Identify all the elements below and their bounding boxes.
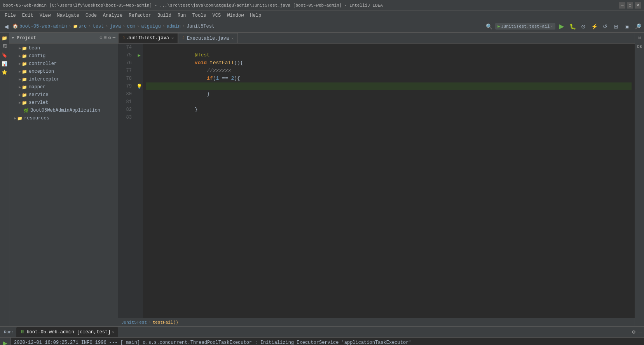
run-again-button[interactable]: ▶	[2, 339, 9, 345]
gutter-79: 💡	[135, 82, 143, 90]
tree-item-servlet[interactable]: ▶ 📁 servlet	[9, 99, 118, 107]
tree-item-config[interactable]: ▶ 📁 config	[9, 52, 118, 60]
menu-run[interactable]: Run	[175, 12, 189, 19]
folder-icon-config: 📁	[22, 54, 27, 59]
folder-icon-service: 📁	[22, 93, 27, 98]
tab-junit5test-close[interactable]: ✕	[171, 36, 174, 40]
menu-window[interactable]: Window	[224, 12, 247, 19]
menu-analyze[interactable]: Analyze	[100, 12, 126, 19]
collapse-all-icon[interactable]: ≡	[104, 35, 106, 41]
tab-junit5test[interactable]: J Junit5Test.java ✕	[118, 33, 178, 43]
gutter-80	[135, 90, 143, 98]
settings-icon[interactable]: ⚙	[108, 35, 111, 41]
debug-button[interactable]: 🐛	[568, 22, 577, 31]
code-content: 74 75 76 77 78 79 80 81 82 83 ▶	[118, 44, 635, 318]
breadcrumb-junit5test[interactable]: Junit5Test	[121, 320, 147, 325]
code-line-77: if(1 == 2){	[146, 67, 632, 75]
editor-tabs: J Junit5Test.java ✕ J Executable.java ✕	[118, 33, 635, 44]
run-tab-close[interactable]: ✕	[112, 330, 114, 334]
tree-item-boot-app[interactable]: 🌿 Boot05WebAdminApplication	[9, 107, 118, 114]
menu-vcs[interactable]: VCS	[209, 12, 224, 19]
tree-item-bean[interactable]: ▶ 📁 bean	[9, 44, 118, 52]
menu-build[interactable]: Build	[154, 12, 175, 19]
line-num-81: 81	[118, 98, 132, 106]
folder-icon-exception: 📁	[22, 69, 27, 74]
terminal-button[interactable]: ▣	[622, 22, 632, 31]
menu-navigate[interactable]: Navigate	[54, 12, 82, 19]
back-button[interactable]: ◀	[2, 22, 11, 31]
title-text: boot-05-web-admin [C:\Users\lfy\Desktop\…	[3, 3, 383, 8]
search-everywhere-button[interactable]: 🔍	[484, 22, 494, 31]
coverage-button[interactable]: ⊙	[579, 22, 588, 31]
tree-item-exception[interactable]: ▶ 📁 exception	[9, 68, 118, 75]
locate-file-icon[interactable]: ⊕	[99, 35, 102, 41]
minimize-run-icon[interactable]: ─	[638, 328, 642, 336]
tree-item-service[interactable]: ▶ 📁 service	[9, 91, 118, 99]
run-tab-label: boot-05-web-admin [clean,test]	[26, 329, 110, 335]
tree-item-controller[interactable]: ▶ 📁 controller	[9, 60, 118, 68]
tree-item-resources[interactable]: ▶ 📁 resources	[9, 114, 118, 122]
tree-label-resources: resources	[24, 116, 49, 121]
tree-label-exception: exception	[29, 69, 54, 74]
bookmarks-sidebar-icon[interactable]: 🔖	[1, 51, 9, 59]
tab-junit5test-icon: J	[122, 36, 125, 40]
gutter-83	[135, 114, 143, 121]
maven-icon[interactable]: M	[636, 34, 644, 42]
settings-run-icon[interactable]: ⚙	[631, 328, 636, 336]
breadcrumb: 🏠 boot-05-web-admin › 📁 src › test › jav…	[12, 23, 215, 29]
tab-executable[interactable]: J Executable.java ✕	[178, 33, 238, 43]
folder-icon-controller: 📁	[22, 61, 27, 67]
run-gutter-icon-75[interactable]: ▶	[138, 53, 140, 58]
run-config-selector[interactable]: ▶ Junit5Test.testFail ▾	[495, 23, 555, 30]
code-line-78: fail("测试失败");	[146, 75, 632, 82]
close-button[interactable]: ✕	[635, 2, 641, 9]
profile-button[interactable]: ⚡	[590, 22, 599, 31]
tree-arrow-mapper: ▶	[19, 85, 21, 89]
tree-label-mapper: mapper	[29, 84, 45, 90]
line-num-82: 82	[118, 106, 132, 114]
reload-button[interactable]: ↺	[600, 22, 610, 31]
gutter-74	[135, 44, 143, 51]
breadcrumb-root[interactable]: 🏠 boot-05-web-admin	[12, 23, 67, 29]
toolbar: ◀ 🏠 boot-05-web-admin › 📁 src › test › j…	[0, 20, 644, 33]
line-numbers: 74 75 76 77 78 79 80 81 82 83	[118, 44, 135, 318]
editor-breadcrumb-bar: Junit5Test › testFail()	[118, 318, 635, 326]
menu-view[interactable]: View	[37, 12, 54, 19]
favorites-sidebar-icon[interactable]: ⭐	[1, 68, 9, 76]
search-button[interactable]: 🔎	[633, 22, 642, 31]
line-num-75: 75	[118, 51, 132, 59]
menu-tools[interactable]: Tools	[189, 12, 209, 19]
tree-item-interceptor[interactable]: ▶ 📁 interceptor	[9, 75, 118, 83]
menu-refactor[interactable]: Refactor	[126, 12, 154, 19]
tree-arrow-interceptor: ▶	[19, 77, 21, 82]
minimize-button[interactable]: ─	[619, 2, 625, 9]
close-panel-icon[interactable]: ─	[113, 35, 115, 41]
menu-file[interactable]: File	[2, 12, 19, 19]
project-sidebar-icon[interactable]: 📁	[1, 34, 9, 42]
run-output[interactable]: 2020-12-01 16:09:25.271 INFO 1996 --- [ …	[11, 338, 644, 345]
run-button[interactable]: ▶	[557, 22, 566, 31]
menu-help[interactable]: Help	[247, 12, 264, 19]
tab-junit5test-label: Junit5Test.java	[127, 35, 169, 41]
structure-sidebar-icon[interactable]: 🏗	[1, 43, 9, 51]
grid-layout-button[interactable]: ⊞	[611, 22, 621, 31]
right-sidebar-icons: M DB	[635, 33, 644, 326]
breadcrumb-testfail[interactable]: testFail()	[153, 320, 178, 325]
gutter-75[interactable]: ▶	[135, 51, 143, 59]
editor-area: J Junit5Test.java ✕ J Executable.java ✕ …	[118, 33, 635, 326]
gutter-77	[135, 67, 143, 75]
maximize-button[interactable]: □	[627, 2, 633, 9]
run-tab[interactable]: 🖥 boot-05-web-admin [clean,test] ✕	[16, 327, 118, 337]
folder-icon-bean: 📁	[22, 46, 27, 51]
menu-edit[interactable]: Edit	[19, 12, 37, 19]
vcs-sidebar-icon[interactable]: 📊	[1, 60, 9, 68]
menu-code[interactable]: Code	[82, 12, 100, 19]
tree-item-mapper[interactable]: ▶ 📁 mapper	[9, 83, 118, 91]
run-config-dropdown[interactable]: ▾	[550, 24, 553, 29]
folder-icon-mapper: 📁	[22, 85, 27, 90]
line-num-79: 79	[118, 82, 132, 90]
code-line-81: }	[146, 98, 632, 106]
bottom-panel: Run: 🖥 boot-05-web-admin [clean,test] ✕ …	[0, 326, 644, 345]
tab-executable-close[interactable]: ✕	[231, 36, 234, 41]
database-icon[interactable]: DB	[636, 43, 644, 51]
